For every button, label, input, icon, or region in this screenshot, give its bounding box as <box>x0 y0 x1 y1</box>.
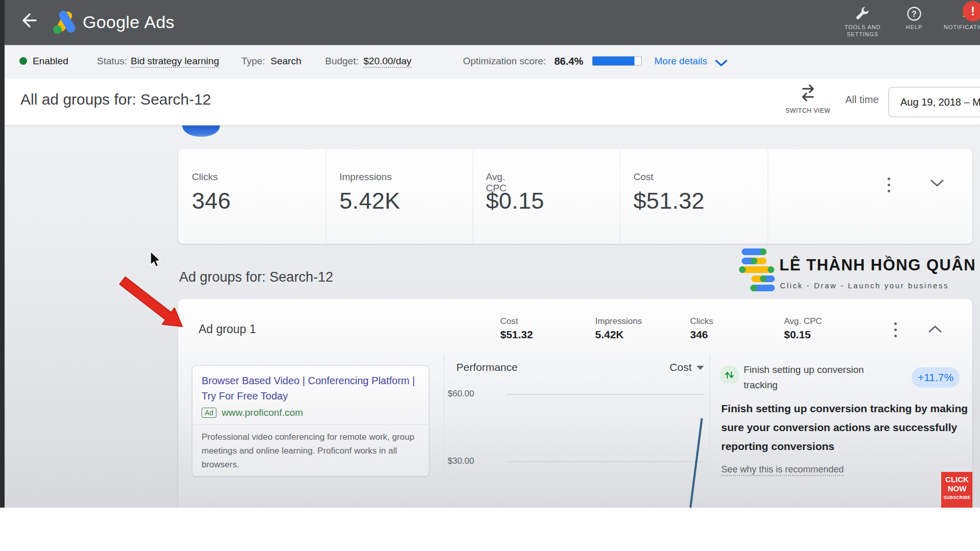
type-value: Search <box>271 56 301 67</box>
bottom-white-band <box>0 508 980 551</box>
performance-chart-svg <box>444 355 709 508</box>
help-button[interactable]: ? HELP <box>897 6 932 31</box>
google-ads-screen: GoogleAds TOOLS AND SETTINGS ? HELP <box>0 0 980 551</box>
watermark-logo-dot <box>751 258 757 264</box>
help-label: HELP <box>897 23 932 31</box>
subscribe-overlay-badge: CLICK NOW SUBSCRIBE <box>941 472 972 508</box>
optimization-progress-fill <box>593 57 634 65</box>
notification-alert-badge[interactable]: ! <box>963 1 980 21</box>
stat-value: 5.42K <box>595 329 624 341</box>
watermark-subtitle: Click - Draw - Launch your business <box>780 281 949 290</box>
recommendation-title: Finish setting up conversion tracking <box>744 362 892 393</box>
mouse-cursor <box>150 251 163 268</box>
adgroup-overflow-menu[interactable] <box>894 320 897 339</box>
stat-label: Avg. CPC <box>784 316 822 327</box>
tools-label-line1: TOOLS AND <box>845 24 881 30</box>
budget-label: Budget: <box>325 56 359 67</box>
conversion-tracking-icon <box>720 365 739 385</box>
metric-label: Impressions <box>339 171 391 183</box>
metric-label: Cost <box>633 171 653 183</box>
ad-display-url: www.proficonf.com <box>222 407 303 418</box>
status-label: Status: <box>97 56 127 67</box>
top-app-bar: GoogleAds TOOLS AND SETTINGS ? HELP <box>0 0 980 45</box>
ad-description: Professional video conferencing for remo… <box>202 430 421 471</box>
summary-collapse-chevron-icon[interactable] <box>929 179 945 188</box>
metric-value: 5.42K <box>339 188 400 214</box>
budget-value[interactable]: $20.00/day <box>363 56 411 67</box>
watermark-title: LÊ THÀNH HỒNG QUÂN <box>779 256 976 274</box>
metric-value: $0.15 <box>486 188 544 214</box>
page-title: All ad groups for: Search-12 <box>20 91 211 108</box>
subscribe-line2: NOW <box>941 484 972 493</box>
watermark-logo-dot <box>760 276 767 282</box>
left-edge-strip <box>0 0 5 508</box>
metric-label: Clicks <box>192 171 218 183</box>
adgroups-section-heading: Ad groups for: Search-12 <box>179 269 333 285</box>
enabled-label: Enabled <box>33 56 68 67</box>
notifications-label: NOTIFICATIONS <box>935 23 980 31</box>
subscribe-line3: SUBSCRIBE <box>941 495 972 500</box>
watermark-logo-dot <box>768 266 774 273</box>
stat-value: $51.32 <box>500 329 533 341</box>
watermark-logo-dot <box>750 285 757 291</box>
recommendation-uplift-badge: +11.7% <box>912 367 960 388</box>
recommendation-why-link[interactable]: See why this is recommended <box>721 464 844 475</box>
stat-value: 346 <box>690 329 708 341</box>
adgroup-collapse-chevron-icon[interactable] <box>927 324 943 334</box>
date-range-picker[interactable]: Aug 19, 2018 – M <box>888 87 980 117</box>
metric-value: $51.32 <box>633 188 704 214</box>
date-range-preset-label: All time <box>845 94 879 106</box>
stat-label: Impressions <box>595 316 642 327</box>
stat-value: $0.15 <box>784 329 811 341</box>
summary-overflow-menu[interactable] <box>888 176 890 194</box>
ad-preview-card[interactable]: Browser Based Video | Conferencing Platf… <box>192 365 429 477</box>
adgroup-card: Ad group 1 Cost $51.32 Impressions 5.42K… <box>178 299 972 508</box>
brand-google: Google <box>83 12 139 32</box>
tools-and-settings-button[interactable]: TOOLS AND SETTINGS <box>834 6 891 38</box>
type-label: Type: <box>241 56 265 67</box>
wrench-icon <box>855 6 870 21</box>
help-icon: ? <box>906 6 922 21</box>
optimization-progress-bar <box>592 56 642 66</box>
ad-preview-divider <box>192 424 429 425</box>
more-details-button[interactable]: More details <box>654 56 707 67</box>
status-value[interactable]: Bid strategy learning <box>131 56 219 67</box>
google-ads-logo <box>51 10 78 35</box>
back-arrow-icon[interactable] <box>17 10 38 31</box>
optimization-score-value: 86.4% <box>554 56 583 67</box>
red-annotation-arrow <box>115 273 197 334</box>
switch-view-button[interactable]: SWITCH VIEW <box>780 84 836 114</box>
recommendation-body: Finish setting up conversion tracking by… <box>721 399 972 456</box>
stat-label: Cost <box>500 316 518 327</box>
campaign-status-bar: Enabled Status: Bid strategy learning Ty… <box>0 45 980 79</box>
enabled-status-icon <box>19 57 27 65</box>
more-details-chevron-icon[interactable] <box>715 59 728 67</box>
adgroup-name[interactable]: Ad group 1 <box>199 322 256 336</box>
watermark-logo-dot <box>739 266 746 273</box>
page-header: All ad groups for: Search-12 SWITCH VIEW… <box>0 79 980 126</box>
up-down-arrows-icon <box>724 369 735 381</box>
subscribe-line1: CLICK <box>941 475 972 484</box>
brand-title: GoogleAds <box>83 12 175 32</box>
watermark-logo-dot <box>760 248 767 255</box>
ad-badge: Ad <box>202 408 216 418</box>
summary-metrics-card: Clicks 346 Impressions 5.42K Avg. CPC $0… <box>178 149 972 244</box>
switch-view-label: SWITCH VIEW <box>780 107 836 114</box>
svg-text:?: ? <box>912 10 917 18</box>
tools-label-line2: SETTINGS <box>847 31 878 37</box>
switch-view-icon <box>797 84 819 102</box>
brand-ads: Ads <box>144 12 175 32</box>
ad-headline[interactable]: Browser Based Video | Conferencing Platf… <box>202 373 421 404</box>
metric-value: 346 <box>192 188 231 214</box>
optimization-score-label: Optimization score: <box>463 56 546 67</box>
stat-label: Clicks <box>690 316 713 327</box>
